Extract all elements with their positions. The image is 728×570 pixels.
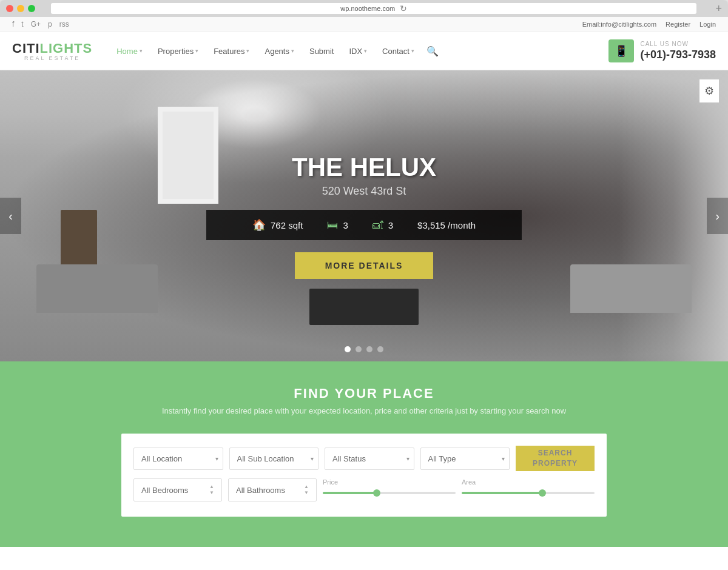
slider-prev-btn[interactable]: ‹ [0,198,21,234]
bathrooms-down-arrow[interactable]: ▼ [304,491,309,495]
logo-lights-text: LIGHTS [40,41,93,56]
main-nav: Home ▾ Properties ▾ Features ▾ Agents ▾ … [110,43,599,59]
area-range-wrap: Area [462,478,595,494]
bedrooms-up-arrow[interactable]: ▲ [209,485,214,489]
stat-area: 🏠 762 sqft [252,218,303,232]
slider-next-btn[interactable]: › [707,198,728,234]
nav-contact-chevron: ▾ [411,48,414,54]
nav-features[interactable]: Features ▾ [207,43,255,59]
status-field-wrap: All Status ▾ [325,448,414,470]
area-range-thumb[interactable] [539,489,546,497]
url-text: wp.nootheme.com [340,5,395,12]
search-icon[interactable]: 🔍 [426,45,439,57]
nav-agents[interactable]: Agents ▾ [258,43,300,59]
location-field-wrap: All Location ▾ [133,448,223,470]
call-us-label: CALL US NOW [640,40,716,48]
hero-section: ‹ THE HELUX 520 West 43rd St 🏠 762 sqft … [0,70,728,361]
location-select[interactable]: All Location [133,448,223,470]
status-select[interactable]: All Status [325,448,414,470]
social-googleplus[interactable]: G+ [31,20,41,29]
nav-idx[interactable]: IDX ▾ [343,43,373,59]
login-link[interactable]: Login [699,21,716,28]
social-twitter[interactable]: t [21,20,23,29]
slider-dot-2[interactable] [356,346,362,352]
bedrooms-down-arrow[interactable]: ▼ [209,491,214,495]
site-header: CITILIGHTS REAL ESTATE Home ▾ Properties… [0,32,728,70]
hero-title: THE HELUX [206,153,522,182]
nav-properties[interactable]: Properties ▾ [152,43,204,59]
bedrooms-field-wrap: All Bedrooms ▲ ▼ [133,478,222,501]
bathrooms-label: All Bathrooms [236,486,285,495]
nav-submit[interactable]: Submit [303,43,340,59]
hero-info: THE HELUX 520 West 43rd St 🏠 762 sqft 🛏 … [206,153,522,279]
topbar-right: Email:info@citilights.com Register Login [582,21,716,28]
hero-subtitle: 520 West 43rd St [206,185,522,198]
bedrooms-stepper-arrows: ▲ ▼ [209,485,214,495]
reload-icon[interactable]: ↻ [400,4,407,13]
area-range-fill [462,492,541,494]
sofa-right [570,264,692,313]
social-facebook[interactable]: f [12,20,14,29]
social-rss[interactable]: rss [59,20,69,29]
type-field-wrap: All Type ▾ [420,448,510,470]
price-label: Price [323,478,456,486]
nav-features-chevron: ▾ [246,48,249,54]
bath-icon: 🛋 [372,219,383,232]
bedrooms-stepper: All Bedrooms ▲ ▼ [133,478,222,501]
search-heading: FIND YOUR PLACE [12,386,716,401]
browser-titlebar: wp.nootheme.com ↻ + [0,0,728,17]
more-details-button[interactable]: MORE DETAILS [295,252,434,279]
search-form: All Location ▾ All Sub Location ▾ All St… [121,434,607,517]
bathrooms-up-arrow[interactable]: ▲ [304,485,309,489]
browser-minimize-btn[interactable] [17,5,24,12]
price-range-track [323,492,456,494]
nav-home-chevron: ▾ [140,48,143,54]
slider-dots [345,346,383,352]
gear-icon: ⚙ [704,85,714,97]
site-content: f t G+ p rss Email:info@citilights.com R… [0,17,728,570]
email-label: Email:info@citilights.com [582,21,656,28]
price-value: $3,515 /month [417,220,476,230]
search-row-1: All Location ▾ All Sub Location ▾ All St… [133,446,595,471]
search-section: FIND YOUR PLACE Instantly find your desi… [0,361,728,547]
phone-cta: 📱 CALL US NOW (+01)-793-7938 [608,39,716,62]
stat-bedrooms-value: 3 [343,220,348,230]
nav-contact[interactable]: Contact ▾ [376,43,420,59]
nav-idx-chevron: ▾ [364,48,367,54]
phone-number: (+01)-793-7938 [640,48,716,62]
slider-dot-3[interactable] [366,346,372,352]
browser-window: wp.nootheme.com ↻ + f t G+ p rss Email:i… [0,0,728,570]
tv-unit [309,289,419,325]
area-label: Area [462,478,595,486]
register-link[interactable]: Register [666,21,690,28]
nav-home[interactable]: Home ▾ [110,43,149,59]
search-row-2: All Bedrooms ▲ ▼ All Bathrooms ▲ [133,478,595,501]
browser-maximize-btn[interactable] [28,5,35,12]
sub-location-select[interactable]: All Sub Location [229,448,319,470]
stat-area-value: 762 sqft [271,220,303,230]
slider-dot-4[interactable] [377,346,383,352]
stat-bathrooms: 🛋 3 [372,219,393,232]
hero-stats: 🏠 762 sqft 🛏 3 🛋 3 $3,515 /month [206,210,522,240]
browser-close-btn[interactable] [6,5,13,12]
sofa-left [36,264,158,313]
sub-location-field-wrap: All Sub Location ▾ [229,448,319,470]
search-property-button[interactable]: SEARCHPROPERTY [516,446,595,471]
slider-dot-1[interactable] [345,346,351,352]
bathrooms-stepper: All Bathrooms ▲ ▼ [228,478,317,501]
bedrooms-label: All Bedrooms [141,486,188,495]
bathrooms-field-wrap: All Bathrooms ▲ ▼ [228,478,317,501]
bed-icon: 🛏 [327,219,338,232]
site-logo[interactable]: CITILIGHTS REAL ESTATE [12,41,92,61]
search-subtext: Instantly find your desired place with y… [12,406,716,415]
stat-bedrooms: 🛏 3 [327,219,348,232]
price-range-thumb[interactable] [373,489,380,497]
address-bar[interactable]: wp.nootheme.com ↻ [51,3,696,14]
settings-button[interactable]: ⚙ [699,79,719,102]
phone-icon: 📱 [615,44,628,58]
phone-icon-box: 📱 [608,39,634,62]
bathrooms-stepper-arrows: ▲ ▼ [304,485,309,495]
new-tab-icon[interactable]: + [715,2,722,15]
social-pinterest[interactable]: p [48,20,52,29]
type-select[interactable]: All Type [420,448,510,470]
